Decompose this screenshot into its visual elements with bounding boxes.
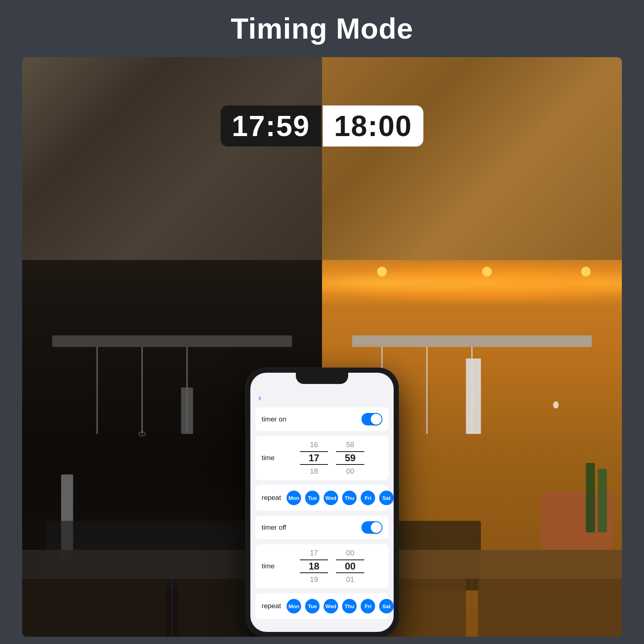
phone-content: ‹ timer on time — [250, 373, 394, 632]
day-tue-on[interactable]: Tue — [305, 491, 320, 505]
time-on-columns: 16 17 18 58 59 00 — [282, 439, 382, 477]
page-title: Timing Mode — [231, 12, 413, 45]
svg-rect-20 — [352, 335, 592, 347]
repeat-off-label: repeat — [262, 602, 281, 610]
minute-off-below: 01 — [346, 574, 354, 585]
repeat-on-label: repeat — [262, 494, 281, 502]
svg-point-16 — [581, 267, 591, 277]
toggle-off-knob — [371, 522, 382, 533]
svg-point-25 — [553, 401, 559, 409]
hour-off-selected: 18 — [300, 559, 328, 573]
repeat-on-section: repeat Mon Tue Wed Thu Fri Sat Sun — [255, 485, 389, 511]
timer-off-row: timer off — [255, 516, 389, 539]
svg-point-15 — [482, 267, 492, 277]
timer-on-toggle[interactable] — [361, 413, 382, 425]
phone-frame: ‹ timer on time — [246, 368, 398, 637]
svg-rect-1 — [52, 335, 292, 347]
time-on-row: time 16 17 18 58 59 00 — [255, 439, 389, 477]
day-wed-on[interactable]: Wed — [324, 491, 338, 505]
time-on-picker[interactable]: time 16 17 18 58 59 00 — [255, 436, 389, 480]
minute-off-col[interactable]: 00 00 01 — [336, 547, 364, 585]
time-off-picker[interactable]: time 17 18 19 00 00 01 — [255, 544, 389, 588]
time-after: 18:00 — [323, 105, 423, 147]
day-sat-off[interactable]: Sat — [379, 599, 394, 613]
time-before: 17:59 — [221, 105, 321, 147]
svg-rect-32 — [478, 579, 622, 637]
svg-rect-35 — [598, 469, 607, 532]
time-display: 17:59 18:00 — [221, 105, 423, 147]
toggle-on-knob — [371, 414, 382, 425]
day-fri-off[interactable]: Fri — [361, 599, 375, 613]
time-off-columns: 17 18 19 00 00 01 — [282, 547, 382, 585]
svg-rect-24 — [466, 359, 481, 434]
hour-on-below: 18 — [310, 466, 318, 477]
hour-on-col[interactable]: 16 17 18 — [300, 439, 328, 477]
day-tue-off[interactable]: Tue — [305, 599, 320, 613]
timer-on-label: timer on — [262, 415, 286, 423]
minute-on-below: 00 — [346, 466, 354, 477]
svg-point-14 — [377, 267, 387, 277]
repeat-off-section: repeat Mon Tue Wed Thu Fri Sat Sun — [255, 593, 389, 619]
svg-rect-6 — [181, 388, 193, 434]
day-mon-on[interactable]: Mon — [287, 491, 301, 505]
day-sat-on[interactable]: Sat — [379, 491, 394, 505]
timer-off-label: timer off — [262, 524, 286, 532]
timer-off-section: timer off — [255, 516, 389, 539]
day-mon-off[interactable]: Mon — [287, 599, 301, 613]
timer-on-row: timer on — [255, 407, 389, 431]
svg-rect-10 — [22, 579, 166, 637]
minute-on-above: 58 — [346, 439, 354, 450]
hour-on-selected: 17 — [300, 451, 328, 465]
minute-off-selected: 00 — [336, 559, 364, 573]
minute-on-selected: 59 — [336, 451, 364, 465]
day-wed-off[interactable]: Wed — [324, 599, 338, 613]
day-fri-on[interactable]: Fri — [361, 491, 375, 505]
day-thu-on[interactable]: Thu — [342, 491, 357, 505]
hour-off-col[interactable]: 17 18 19 — [300, 547, 328, 585]
hour-off-above: 17 — [310, 547, 318, 559]
timer-on-section: timer on — [255, 407, 389, 431]
hour-off-below: 19 — [310, 574, 318, 585]
hour-on-above: 16 — [310, 439, 318, 450]
time-off-label: time — [262, 562, 282, 570]
time-off-row: time 17 18 19 00 00 01 — [255, 547, 389, 585]
phone-container: ‹ timer on time — [246, 368, 398, 637]
minute-on-col[interactable]: 58 59 00 — [336, 439, 364, 477]
phone-notch — [296, 373, 348, 384]
timer-off-toggle[interactable] — [361, 521, 382, 534]
main-image-container: 17:59 18:00 ‹ timer on — [22, 57, 622, 637]
time-on-label: time — [262, 454, 282, 462]
svg-rect-34 — [586, 463, 595, 533]
back-button[interactable]: ‹ — [258, 393, 261, 403]
minute-off-above: 00 — [346, 547, 354, 559]
day-thu-off[interactable]: Thu — [342, 599, 357, 613]
phone-screen: ‹ timer on time — [250, 373, 394, 632]
phone-header: ‹ — [250, 391, 394, 407]
